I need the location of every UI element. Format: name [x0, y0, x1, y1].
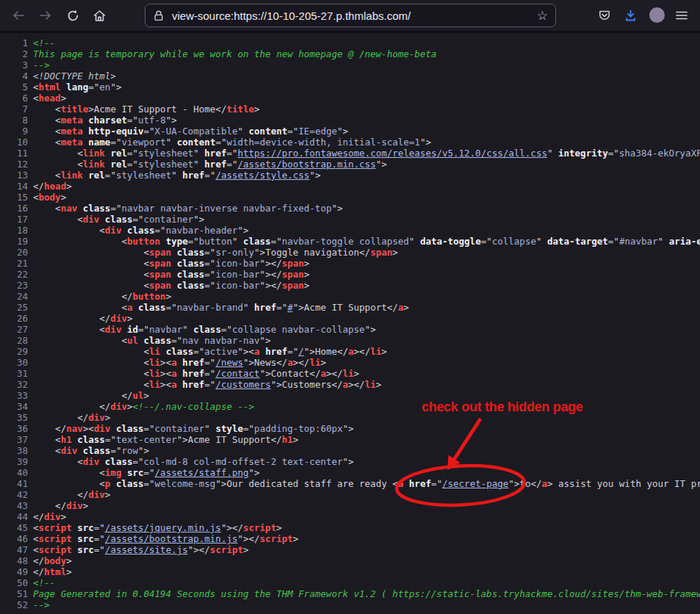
line-number: 26 [0, 313, 28, 324]
source-href-link[interactable]: /assets/staff.png [155, 467, 249, 478]
source-line: 12 <link rel="stylesheet" href="/assets/… [0, 159, 700, 170]
line-number: 38 [0, 445, 28, 456]
source-line: 10 <meta name="viewport" content="width=… [0, 137, 700, 148]
line-number: 29 [0, 346, 28, 357]
source-line: 35 </div> [0, 412, 700, 423]
source-line: 20 <span class="sr-only">Toggle navigati… [0, 247, 700, 258]
bookmark-star-icon[interactable]: ☆ [537, 10, 548, 22]
line-number: 28 [0, 335, 28, 346]
source-line: 9 <meta http-equiv="X-UA-Compatible" con… [0, 126, 700, 137]
source-href-link[interactable]: https://pro.fontawesome.com/releases/v5.… [238, 148, 547, 159]
line-number: 11 [0, 148, 28, 159]
source-line: 28 <ul class="nav navbar-nav"> [0, 335, 700, 346]
source-line: 5<html lang="en"> [0, 82, 700, 93]
line-number: 14 [0, 181, 28, 192]
line-number: 23 [0, 280, 28, 291]
source-line: 48</body> [0, 555, 700, 566]
back-arrow-icon [12, 9, 25, 22]
source-line: 16 <nav class="navbar navbar-inverse nav… [0, 203, 700, 214]
url-text[interactable]: view-source:https://10-10-205-27.p.thmla… [172, 10, 533, 22]
source-href-link[interactable]: /news [215, 357, 243, 368]
source-line: 49</html> [0, 566, 700, 577]
line-number: 5 [0, 82, 28, 93]
reload-icon [66, 9, 80, 23]
source-line: 4<!DOCTYPE html> [0, 71, 700, 82]
line-number: 1 [0, 37, 28, 48]
source-line: 44</div> [0, 511, 700, 522]
source-line: 50<!-- [0, 577, 700, 588]
source-line: 6<head> [0, 93, 700, 104]
browser-toolbar: view-source:https://10-10-205-27.p.thmla… [0, 0, 700, 33]
source-line: 34 </div><!--/.nav-collapse --> [0, 401, 700, 412]
source-href-link[interactable]: /secret-page [442, 478, 508, 489]
source-href-link[interactable]: /assets/bootstrap.min.css [238, 159, 376, 170]
line-number: 35 [0, 412, 28, 423]
line-number: 49 [0, 566, 28, 577]
line-number: 36 [0, 423, 28, 434]
source-href-link[interactable]: /assets/jquery.min.js [105, 522, 221, 533]
source-line: 14</head> [0, 181, 700, 192]
source-href-link[interactable]: /assets/style.css [215, 170, 309, 181]
source-line: 22 <span class="icon-bar"></span> [0, 269, 700, 280]
source-line: 38 <div class="row"> [0, 445, 700, 456]
source-line: 7 <title>Acme IT Support - Home</title> [0, 104, 700, 115]
source-line: 39 <div class="col-md-8 col-md-offset-2 … [0, 456, 700, 467]
line-number: 7 [0, 104, 28, 115]
line-number: 2 [0, 48, 28, 59]
line-number: 20 [0, 247, 28, 258]
source-line: 25 <a class="navbar-brand" href="#">Acme… [0, 302, 700, 313]
line-number: 52 [0, 599, 28, 610]
line-number: 41 [0, 478, 28, 489]
line-number: 17 [0, 214, 28, 225]
source-href-link[interactable]: /contact [215, 368, 259, 379]
source-line: 15<body> [0, 192, 700, 203]
forward-button[interactable] [35, 4, 57, 26]
source-line: 1<!-- [0, 37, 700, 48]
source-line: 18 <div class="navbar-header"> [0, 225, 700, 236]
line-number: 13 [0, 170, 28, 181]
source-line: 36 </nav><div class="container" style="p… [0, 423, 700, 434]
menu-button[interactable] [671, 4, 693, 26]
line-number: 24 [0, 291, 28, 302]
source-line: 2This page is temporary while we work on… [0, 48, 700, 59]
source-line: 23 <span class="icon-bar"></span> [0, 280, 700, 291]
line-number: 40 [0, 467, 28, 478]
source-href-link[interactable]: /customers [215, 379, 270, 390]
source-href-link[interactable]: /assets/site.js [105, 544, 188, 555]
home-button[interactable] [88, 4, 110, 26]
back-button[interactable] [7, 4, 29, 26]
line-number: 4 [0, 71, 28, 82]
forward-arrow-icon [39, 9, 52, 22]
source-href-link[interactable]: /assets/bootstrap.min.js [105, 533, 238, 544]
line-number: 34 [0, 401, 28, 412]
source-line: 27 <div id="navbar" class="collapse navb… [0, 324, 700, 335]
line-number: 51 [0, 588, 28, 599]
line-number: 43 [0, 500, 28, 511]
line-number: 16 [0, 203, 28, 214]
account-avatar[interactable] [649, 7, 665, 23]
source-line: 47<script src="/assets/site.js"></script… [0, 544, 700, 555]
line-number: 31 [0, 368, 28, 379]
source-line: 24 </button> [0, 291, 700, 302]
line-number: 3 [0, 59, 28, 71]
downloads-button[interactable] [619, 4, 641, 26]
source-line: 37 <h1 class="text-center">Acme IT Suppo… [0, 434, 700, 445]
line-number: 47 [0, 544, 28, 555]
line-number: 22 [0, 269, 28, 280]
source-line: 32 <li><a href="/customers">Customers</a… [0, 379, 700, 390]
home-icon [93, 9, 107, 23]
url-bar[interactable]: view-source:https://10-10-205-27.p.thmla… [145, 4, 556, 27]
pocket-button[interactable] [593, 4, 616, 26]
reload-button[interactable] [62, 4, 84, 26]
source-href-link[interactable]: / [298, 346, 304, 357]
source-line: 46<script src="/assets/bootstrap.min.js"… [0, 533, 700, 544]
line-number: 12 [0, 159, 28, 170]
source-href-link[interactable]: # [287, 302, 293, 313]
pocket-icon [598, 9, 611, 22]
source-line: 42 </div> [0, 489, 700, 500]
line-number: 19 [0, 236, 28, 247]
source-line: 13 <link rel="stylesheet" href="/assets/… [0, 170, 700, 181]
line-number: 42 [0, 489, 28, 500]
line-number: 6 [0, 93, 28, 104]
line-number: 30 [0, 357, 28, 368]
